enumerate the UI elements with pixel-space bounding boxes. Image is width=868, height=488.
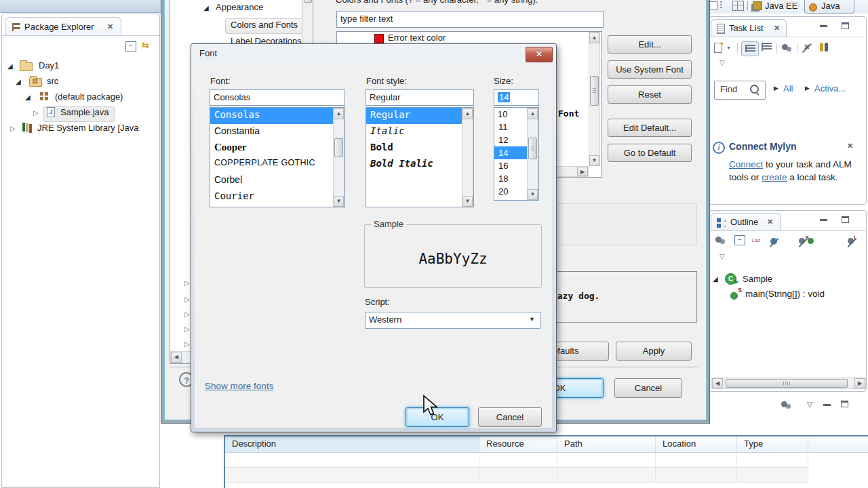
font-list-item[interactable]: Consolas [210, 108, 344, 124]
deactivate-task-icon[interactable]: ✕ [802, 43, 812, 52]
scroll-thumb[interactable] [334, 138, 343, 157]
outline-hscrollbar[interactable]: ◀ ▶ [711, 378, 866, 389]
scroll-right-button[interactable]: ▶ [854, 378, 865, 388]
close-icon[interactable]: ✕ [107, 22, 113, 31]
font-style-list[interactable]: Regular Italic Bold Bold Italic ▲ ▼ [366, 107, 474, 207]
scroll-left-button[interactable]: ◀ [712, 378, 723, 388]
close-icon[interactable]: ✕ [847, 142, 853, 150]
font-list-item[interactable]: Corbel [210, 173, 344, 189]
tree-item-error-text-color[interactable]: Error text color [388, 33, 446, 43]
activate-play-icon[interactable]: ▶ [805, 85, 810, 92]
column-header-path[interactable]: Path [557, 436, 656, 453]
collapsed-tree-item[interactable]: ▷ [184, 296, 190, 303]
filter-all-link[interactable]: All [783, 83, 793, 94]
font-cancel-button[interactable]: Cancel [478, 407, 542, 427]
font-list[interactable]: Consolas Constantia Cooper COPPERPLATE G… [210, 107, 345, 207]
tab-task-list[interactable]: Task List ✕ [711, 19, 787, 37]
tree-item-src[interactable]: src [47, 76, 58, 86]
scroll-up-button[interactable]: ▲ [528, 108, 538, 119]
tree-item-default-package[interactable]: (default package) [55, 92, 123, 102]
collapse-all-icon[interactable]: − [125, 41, 136, 52]
all-play-icon[interactable]: ▶ [774, 85, 778, 92]
view-menu-chevron-icon[interactable]: ▽ [807, 400, 812, 409]
create-link[interactable]: create [762, 172, 787, 182]
style-list-item[interactable]: Bold [366, 140, 473, 157]
tree-item-font[interactable]: Font [558, 108, 579, 119]
close-button[interactable]: ✕ [526, 47, 553, 62]
close-icon[interactable]: ✕ [774, 24, 780, 33]
size-list-vscrollbar[interactable]: ▲ ▼ [527, 108, 538, 200]
hide-fields-icon[interactable] [770, 237, 778, 246]
scroll-thumb[interactable] [528, 138, 537, 159]
colors-vscrollbar[interactable]: ▲ ▼ [589, 32, 600, 166]
tree-item-main-method[interactable]: main(String[]) : void [745, 289, 825, 299]
perspective-grid-icon[interactable] [732, 1, 744, 11]
maximize-icon[interactable] [842, 22, 849, 29]
minimize-icon[interactable] [820, 25, 827, 27]
perspective-java-ee[interactable]: Java EE [765, 1, 797, 11]
reset-button[interactable]: Reset [608, 85, 692, 104]
sort-icon[interactable]: ↓az [751, 235, 760, 243]
edit-button[interactable]: Edit... [608, 35, 692, 54]
expander-sample-java[interactable]: ▷ [33, 110, 39, 117]
view-menu-chevron-icon[interactable]: ▽ [719, 59, 725, 66]
tab-package-explorer[interactable]: Package Explorer ✕ [5, 17, 121, 36]
style-list-vscrollbar[interactable]: ▲ ▼ [462, 108, 473, 207]
new-task-dropdown-icon[interactable]: ▼ [726, 45, 731, 50]
tree-item-appearance[interactable]: Appearance [216, 2, 263, 12]
size-list-item[interactable]: 14 [494, 146, 531, 159]
expander-day1[interactable]: ◢ [7, 63, 13, 70]
tab-outline[interactable]: Outline ✕ [711, 213, 781, 230]
perspective-java-button[interactable]: Java [804, 0, 854, 14]
style-list-item[interactable]: Bold Italic [366, 157, 473, 173]
filter-input[interactable]: type filter text [336, 11, 604, 28]
font-list-vscrollbar[interactable]: ▲ ▼ [333, 108, 344, 207]
scroll-up-button[interactable]: ▲ [462, 108, 473, 119]
scheduled-view-icon[interactable] [762, 43, 772, 51]
collapse-all-icon[interactable]: − [734, 235, 745, 245]
tree-item-colors-and-fonts[interactable]: Colors and Fonts [231, 20, 298, 30]
expander-sample-class[interactable]: ◢ [713, 276, 718, 283]
minimized-view-icon[interactable] [708, 1, 718, 10]
font-size-list[interactable]: 10 11 12 14 16 18 20 ▲ ▼ [494, 107, 539, 201]
link-with-editor-icon[interactable]: ⇆ [142, 40, 149, 50]
view-menu-chevron-icon[interactable]: ▽ [719, 253, 725, 260]
scroll-down-button[interactable]: ▼ [462, 196, 473, 207]
edit-default-button[interactable]: Edit Default... [608, 119, 692, 137]
preferences-cancel-button[interactable]: Cancel [614, 378, 682, 398]
filter-dot-icon[interactable] [808, 238, 814, 244]
close-icon[interactable]: ✕ [767, 218, 773, 226]
scroll-up-button[interactable]: ▲ [589, 33, 599, 43]
find-input[interactable]: Find [714, 81, 766, 100]
tree-item-sample-java[interactable]: Sample.java [60, 107, 109, 117]
maximize-icon[interactable] [841, 401, 848, 407]
use-system-font-button[interactable]: Use System Font [608, 60, 692, 79]
people-icon[interactable] [781, 401, 787, 407]
apply-button[interactable]: Apply [616, 342, 692, 361]
expander-src[interactable]: ◢ [16, 79, 21, 85]
font-size-input[interactable]: 14 [494, 89, 539, 106]
people-icon[interactable] [715, 237, 722, 243]
scroll-down-button[interactable]: ▼ [589, 155, 599, 166]
connect-link[interactable]: Connect [729, 159, 763, 169]
scroll-left-button[interactable]: ◀ [171, 352, 182, 363]
tree-item-jre[interactable]: JRE System Library [Java [37, 123, 139, 133]
scroll-thumb[interactable] [304, 0, 312, 3]
style-list-item[interactable]: Regular [366, 108, 473, 124]
people-icon[interactable] [782, 44, 788, 50]
go-to-default-button[interactable]: Go to Default [608, 144, 692, 162]
script-dropdown[interactable]: Western ▼ [365, 312, 540, 329]
font-list-item[interactable]: Courier [210, 189, 344, 205]
font-name-input[interactable]: Consolas [210, 89, 345, 106]
hide-static-icon[interactable]: S [799, 237, 808, 246]
show-more-fonts-link[interactable]: Show more fonts [205, 381, 273, 391]
expander-appearance[interactable]: ◢ [203, 5, 209, 12]
filter-activate-link[interactable]: Activa... [814, 83, 846, 94]
scroll-thumb[interactable] [726, 379, 848, 388]
style-list-item[interactable]: Italic [366, 124, 473, 140]
categorized-view-icon[interactable] [741, 41, 759, 56]
scroll-down-button[interactable]: ▼ [528, 189, 538, 200]
scroll-up-button[interactable]: ▲ [334, 108, 344, 119]
collapsed-tree-item[interactable]: ▷ [184, 311, 190, 318]
minimize-icon[interactable] [823, 404, 831, 406]
